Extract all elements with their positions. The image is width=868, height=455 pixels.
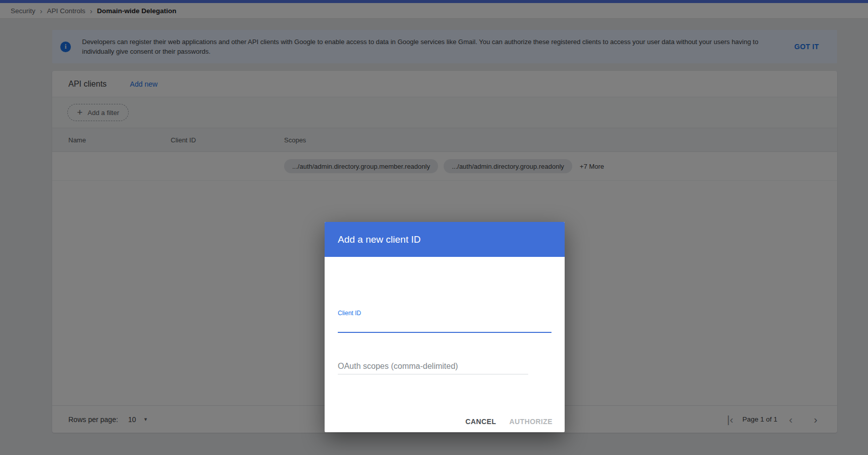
cancel-button[interactable]: CANCEL (465, 418, 496, 426)
authorize-button[interactable]: AUTHORIZE (509, 418, 553, 426)
dialog-body: Client ID CANCEL AUTHORIZE (325, 257, 565, 432)
dialog-actions: CANCEL AUTHORIZE (465, 418, 553, 426)
client-id-input[interactable] (338, 317, 551, 333)
client-id-field-label: Client ID (338, 310, 361, 317)
add-client-id-dialog: Add a new client ID Client ID CANCEL AUT… (325, 222, 565, 432)
dialog-title: Add a new client ID (338, 234, 421, 245)
dialog-header: Add a new client ID (325, 222, 565, 257)
oauth-scopes-input[interactable] (338, 358, 528, 374)
